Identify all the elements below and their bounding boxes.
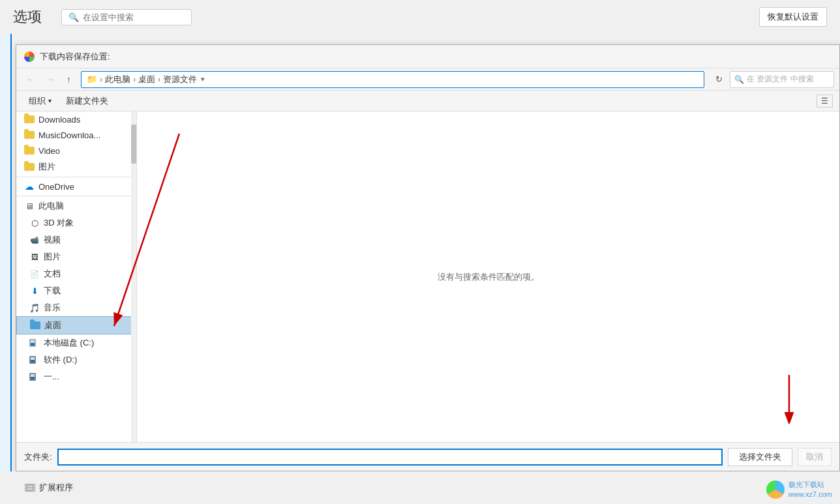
3d-icon: ⬡ (29, 218, 40, 228)
dialog-search-placeholder: 在 资源文件 中搜索 (747, 74, 814, 85)
no-match-text: 没有与搜索条件匹配的项。 (438, 271, 539, 283)
view-button[interactable]: ☰ (817, 95, 833, 108)
tree-label-diskd: 软件 (D:) (44, 354, 77, 366)
folder-label: 文件夹: (24, 451, 52, 463)
folder-icon-pictures (24, 162, 35, 172)
folder-icon-music (24, 130, 35, 140)
tree-item-downloads[interactable]: Downloads (16, 111, 136, 127)
address-resources: 资源文件 (163, 74, 197, 85)
watermark: 极光下载站 www.xz7.com (766, 480, 832, 499)
dialog-actionbar: 组织 ▾ 新建文件夹 ☰ (16, 91, 839, 111)
tree-label-videos: 视频 (44, 234, 61, 246)
forward-button[interactable]: → (42, 72, 59, 87)
dialog-search-icon: 🔍 (734, 75, 744, 84)
download-icon: ⬇ (29, 286, 40, 296)
diskd-icon (29, 355, 40, 365)
scrollbar-thumb[interactable] (131, 125, 136, 164)
extension-label: 扩展程序 (39, 482, 73, 494)
tree-label-3d: 3D 对象 (44, 217, 74, 229)
tree-item-desktop[interactable]: 桌面 (16, 316, 136, 334)
tree-item-music[interactable]: 🎵 音乐 (16, 299, 136, 316)
dialog-body: Downloads MusicDownloa... Video 图片 ☁ One (16, 111, 839, 442)
extension-item[interactable]: 扩展程序 (25, 482, 73, 494)
dialog-search-box[interactable]: 🔍 在 资源文件 中搜索 (730, 71, 834, 88)
dialog-title-icon (24, 52, 35, 62)
sidebar-strip (0, 34, 12, 504)
tree-label-pictures2: 图片 (44, 251, 61, 263)
search-icon: 🔍 (68, 12, 79, 22)
tree-label-onedrive: OneDrive (38, 182, 74, 192)
extension-icon (25, 484, 35, 492)
main-content-area: 没有与搜索条件匹配的项。 (137, 111, 839, 442)
organize-chevron-icon: ▾ (48, 97, 52, 104)
watermark-text: 极光下载站 www.xz7.com (788, 480, 832, 499)
music-icon: 🎵 (29, 303, 40, 313)
tree-item-diskd[interactable]: 软件 (D:) (16, 351, 136, 368)
tree-label-other: 一... (44, 371, 59, 383)
tree-panel[interactable]: Downloads MusicDownloa... Video 图片 ☁ One (16, 111, 137, 442)
tree-label-thispc: 此电脑 (38, 200, 64, 212)
tree-item-download[interactable]: ⬇ 下载 (16, 282, 136, 299)
tree-label-downloads: Downloads (38, 115, 80, 125)
restore-button[interactable]: 恢复默认设置 (759, 7, 827, 27)
tree-label-download: 下载 (44, 285, 61, 297)
tree-label-musicdownload: MusicDownloa... (38, 130, 100, 140)
tree-item-docs[interactable]: 📄 文档 (16, 265, 136, 282)
desktop-folder-icon (30, 320, 40, 331)
tree-item-videos[interactable]: 📹 视频 (16, 231, 136, 248)
cancel-button[interactable]: 取消 (798, 448, 832, 466)
tree-label-desktop: 桌面 (44, 319, 61, 331)
tree-label-pictures: 图片 (38, 161, 55, 173)
scrollbar-track[interactable] (131, 111, 136, 442)
folder-icon-video (24, 145, 35, 156)
folder-icon-downloads (24, 114, 35, 125)
tree-item-pictures2[interactable]: 🖼 图片 (16, 248, 136, 265)
dialog-title: 下载内容保存位置: (40, 51, 110, 63)
address-chevron-icon[interactable]: ▾ (201, 75, 205, 83)
tree-label-video: Video (38, 146, 60, 156)
address-desktop: 桌面 (138, 74, 155, 85)
tree-label-docs: 文档 (44, 268, 61, 280)
address-bar[interactable]: 📁 › 此电脑 › 桌面 › 资源文件 ▾ (81, 71, 704, 88)
address-pc: 此电脑 (105, 74, 130, 85)
folder-input[interactable] (57, 449, 723, 466)
file-dialog: 下载内容保存位置: ← → ↑ 📁 › 此电脑 › 桌面 › 资源文件 ▾ ↻ … (16, 44, 840, 471)
tree-item-onedrive[interactable]: ☁ OneDrive (16, 179, 136, 194)
up-button[interactable]: ↑ (62, 72, 76, 87)
other-icon (29, 372, 40, 382)
back-button[interactable]: ← (22, 72, 39, 87)
docs-icon: 📄 (29, 269, 40, 279)
new-folder-button[interactable]: 新建文件夹 (60, 93, 114, 110)
video-icon: 📹 (29, 235, 40, 245)
tree-item-video[interactable]: Video (16, 143, 136, 158)
tree-item-other[interactable]: 一... (16, 368, 136, 385)
watermark-logo (766, 481, 785, 499)
tree-item-pictures[interactable]: 图片 (16, 158, 136, 175)
tree-item-3d[interactable]: ⬡ 3D 对象 (16, 215, 136, 231)
organize-button[interactable]: 组织 ▾ (23, 93, 57, 110)
search-input[interactable] (83, 12, 174, 22)
pc-icon: 🖥 (24, 201, 35, 211)
bottom-bar: 扩展程序 (0, 471, 840, 504)
tree-item-diskc[interactable]: 本地磁盘 (C:) (16, 334, 136, 351)
dialog-titlebar: 下载内容保存位置: (16, 45, 839, 68)
diskc-icon (29, 338, 40, 348)
dialog-toolbar: ← → ↑ 📁 › 此电脑 › 桌面 › 资源文件 ▾ ↻ 🔍 在 资源文件 中… (16, 68, 839, 91)
tree-item-thispc[interactable]: 🖥 此电脑 (16, 198, 136, 215)
pictures-icon: 🖼 (29, 252, 40, 262)
page-title: 选项 (13, 7, 42, 27)
refresh-button[interactable]: ↻ (711, 72, 727, 86)
tree-label-diskc: 本地磁盘 (C:) (44, 337, 94, 349)
dialog-footer: 文件夹: 选择文件夹 取消 (16, 442, 839, 471)
top-bar: 选项 🔍 恢复默认设置 (0, 0, 840, 34)
tree-label-music: 音乐 (44, 302, 61, 314)
tree-item-musicdownload[interactable]: MusicDownloa... (16, 127, 136, 143)
onedrive-icon: ☁ (24, 181, 35, 192)
address-folder-icon: 📁 (87, 74, 97, 84)
select-folder-button[interactable]: 选择文件夹 (728, 448, 792, 466)
search-box[interactable]: 🔍 (61, 9, 192, 25)
